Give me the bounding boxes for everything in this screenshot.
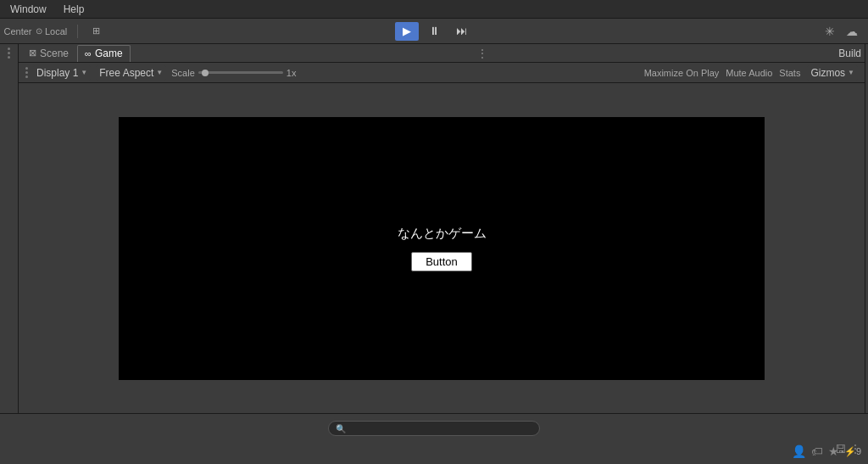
scale-slider-thumb xyxy=(202,70,209,76)
left-panel xyxy=(0,44,19,413)
play-controls: ▶ ⏸ ⏭ xyxy=(395,22,473,41)
person-icon[interactable]: 👤 xyxy=(792,444,806,458)
left-panel-handle[interactable] xyxy=(8,48,10,59)
game-content: なんとかゲーム Button xyxy=(398,226,487,271)
effects-button[interactable]: ✳ xyxy=(821,22,839,41)
aspect-dropdown[interactable]: Free Aspect ▼ xyxy=(96,65,166,81)
menu-window[interactable]: Window xyxy=(7,2,50,17)
game-viewport: なんとかゲーム Button xyxy=(119,117,765,380)
bottom-icons-right: 👤 🏷 ★ ⚡9 xyxy=(792,444,861,458)
game-toolbar: Display 1 ▼ Free Aspect ▼ Scale 1x Maxim… xyxy=(19,63,865,83)
local-button[interactable]: ⊙ Local xyxy=(32,23,70,40)
tab-bar: ⊠ Scene ∞ Game ⋮ Build xyxy=(19,44,865,63)
menu-help[interactable]: Help xyxy=(60,2,88,17)
center-button[interactable]: Center xyxy=(7,23,29,40)
badge-count: ⚡9 xyxy=(844,446,861,457)
scale-label: Scale xyxy=(171,68,195,78)
cloud-icon: ☁ xyxy=(846,25,858,38)
grid-button[interactable]: ⊞ xyxy=(85,23,107,40)
bottom-search-area: 🔍 xyxy=(7,421,861,436)
play-button[interactable]: ▶ xyxy=(395,22,419,41)
display-dropdown-arrow: ▼ xyxy=(81,69,87,76)
tab-more-button[interactable]: ⋮ xyxy=(476,47,488,60)
search-icon: 🔍 xyxy=(336,424,346,433)
play-icon: ▶ xyxy=(403,25,411,37)
cloud-button[interactable]: ☁ xyxy=(843,22,861,41)
tab-scene[interactable]: ⊠ Scene xyxy=(22,45,75,62)
gizmos-dropdown[interactable]: Gizmos ▼ xyxy=(807,65,858,81)
dot xyxy=(25,67,28,70)
dot xyxy=(8,56,10,59)
right-panel xyxy=(865,44,868,413)
tab-game[interactable]: ∞ Game xyxy=(77,45,131,62)
dot xyxy=(8,52,10,54)
step-button[interactable]: ⏭ xyxy=(449,22,473,41)
game-title: なんとかゲーム xyxy=(398,226,487,242)
stats-label[interactable]: Stats xyxy=(779,68,800,78)
scene-tab-label: Scene xyxy=(40,48,69,59)
scale-container: Scale 1x xyxy=(171,68,296,78)
menu-bar: Window Help xyxy=(0,0,868,19)
game-button[interactable]: Button xyxy=(411,252,472,271)
toolbar-left: Center ⊙ Local ⊞ xyxy=(7,23,107,40)
game-viewport-container: なんとかゲーム Button xyxy=(19,83,865,413)
gizmos-dropdown-arrow: ▼ xyxy=(848,69,854,76)
scene-tab-icon: ⊠ xyxy=(29,48,36,59)
pause-icon: ⏸ xyxy=(429,25,440,37)
main-toolbar: Center ⊙ Local ⊞ ▶ ⏸ ⏭ ✳ ☁ xyxy=(0,19,868,44)
search-box[interactable]: 🔍 xyxy=(328,421,540,436)
pause-button[interactable]: ⏸ xyxy=(422,22,446,41)
game-tab-label: Game xyxy=(95,48,123,59)
game-toolbar-right: Maximize On Play Mute Audio Stats Gizmos… xyxy=(644,65,858,81)
maximize-on-play[interactable]: Maximize On Play xyxy=(644,68,720,78)
toolbar-right: ✳ ☁ xyxy=(821,22,861,41)
dot xyxy=(25,75,28,78)
aspect-dropdown-arrow: ▼ xyxy=(156,69,163,76)
bottom-bar: 🖫 ⋮ 🔍 👤 🏷 ★ ⚡9 xyxy=(0,413,868,443)
build-label: Build xyxy=(838,48,865,59)
main-area: ⊠ Scene ∞ Game ⋮ Build Display 1 ▼ xyxy=(19,44,865,413)
effects-icon: ✳ xyxy=(825,25,835,38)
game-toolbar-handle[interactable] xyxy=(25,67,28,78)
step-icon: ⏭ xyxy=(456,25,467,37)
game-tab-icon: ∞ xyxy=(85,48,92,59)
tag-icon[interactable]: 🏷 xyxy=(811,444,823,458)
grid-icon: ⊞ xyxy=(92,25,100,36)
display-dropdown[interactable]: Display 1 ▼ xyxy=(33,65,91,81)
mute-audio[interactable]: Mute Audio xyxy=(726,68,772,78)
panels-row: ⊠ Scene ∞ Game ⋮ Build Display 1 ▼ xyxy=(0,44,868,413)
separator-1 xyxy=(77,25,78,38)
scale-slider[interactable] xyxy=(198,71,283,74)
scale-value: 1x xyxy=(287,68,297,78)
dot xyxy=(25,71,28,74)
dot xyxy=(8,48,10,50)
star-icon[interactable]: ★ xyxy=(828,444,839,458)
